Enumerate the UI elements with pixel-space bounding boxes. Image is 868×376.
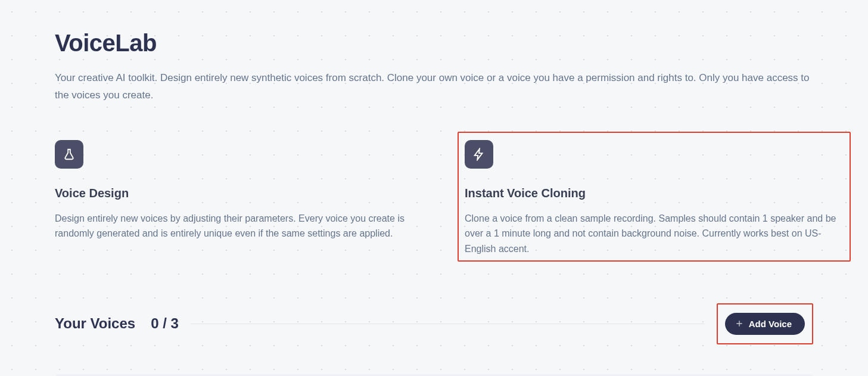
add-voice-label: Add Voice [749, 319, 792, 329]
instant-voice-cloning-card[interactable]: Instant Voice Cloning Clone a voice from… [458, 132, 851, 262]
instant-voice-cloning-description: Clone a voice from a clean sample record… [465, 211, 844, 257]
plus-icon [735, 319, 744, 328]
voice-design-description: Design entirely new voices by adjusting … [55, 211, 441, 241]
empty-voices-notice: No voices created yet. Please click on "… [55, 374, 813, 376]
add-voice-button[interactable]: Add Voice [725, 313, 805, 335]
add-voice-highlight: Add Voice [717, 303, 813, 344]
your-voices-header: Your Voices 0 / 3 Add Voice [55, 303, 813, 344]
your-voices-count: 0 / 3 [151, 315, 179, 332]
divider [191, 324, 705, 324]
your-voices-title: Your Voices [55, 315, 135, 332]
flask-icon [55, 140, 83, 169]
voice-design-card[interactable]: Voice Design Design entirely new voices … [55, 140, 441, 262]
feature-cards: Voice Design Design entirely new voices … [55, 140, 813, 262]
page-title: VoiceLab [55, 30, 813, 57]
instant-voice-cloning-title: Instant Voice Cloning [465, 187, 844, 200]
page-description: Your creative AI toolkit. Design entirel… [55, 70, 813, 104]
lightning-icon [465, 140, 493, 169]
voice-design-title: Voice Design [55, 187, 441, 200]
